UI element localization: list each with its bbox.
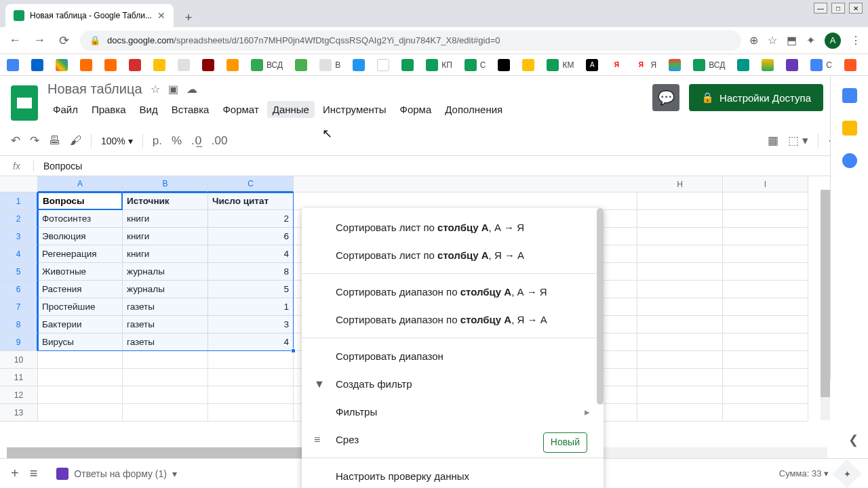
bookmark-icon[interactable]: [226, 59, 239, 71]
bookmark-icon[interactable]: [810, 59, 823, 71]
sum-status[interactable]: Сумма: 33 ▾: [779, 468, 829, 479]
window-maximize[interactable]: □: [831, 3, 845, 14]
redo-button[interactable]: ↷: [30, 134, 39, 148]
percent-button[interactable]: %: [172, 134, 182, 148]
row-header[interactable]: 2: [0, 210, 38, 228]
keep-icon[interactable]: [842, 121, 857, 136]
bookmark-icon[interactable]: [153, 59, 165, 71]
cell[interactable]: Животные: [38, 263, 123, 281]
cell[interactable]: [637, 228, 723, 245]
extensions-icon[interactable]: ✦: [806, 34, 815, 47]
menu-create-filter[interactable]: ▼Создать фильтр: [302, 370, 604, 398]
comments-button[interactable]: 💬: [652, 84, 679, 111]
cell[interactable]: [723, 245, 808, 263]
bookmark-icon[interactable]: [178, 59, 190, 71]
cell[interactable]: 4: [208, 245, 294, 263]
cell[interactable]: [637, 210, 723, 228]
menu-data-validation[interactable]: Настроить проверку данных: [302, 462, 604, 488]
row-header[interactable]: 10: [0, 351, 38, 369]
bookmark-icon[interactable]: Я: [610, 59, 623, 71]
menu-sort-sheet-az[interactable]: Сортировать лист по столбцу A, А → Я: [302, 214, 604, 241]
bookmark-icon[interactable]: [522, 59, 534, 71]
col-header-b[interactable]: B: [123, 176, 208, 192]
reload-button[interactable]: ⟳: [56, 33, 72, 48]
cell[interactable]: Растения: [38, 281, 123, 298]
select-all-corner[interactable]: [0, 176, 38, 192]
currency-button[interactable]: р.: [153, 134, 162, 148]
borders-button[interactable]: ▦: [768, 134, 778, 148]
cell[interactable]: [723, 298, 808, 316]
cell[interactable]: книги: [123, 245, 208, 263]
back-button[interactable]: ←: [7, 33, 23, 47]
cell[interactable]: Фотосинтез: [38, 210, 123, 228]
menu-insert[interactable]: Вставка: [166, 101, 215, 118]
cell[interactable]: [637, 281, 723, 298]
row-header[interactable]: 11: [0, 369, 38, 386]
bookmark-icon[interactable]: [353, 59, 365, 71]
cell[interactable]: [723, 192, 808, 210]
bookmark-icon[interactable]: [465, 59, 477, 71]
col-header-i[interactable]: I: [723, 176, 808, 192]
cell[interactable]: 1: [208, 298, 294, 316]
menu-slice[interactable]: ≡СрезНовый: [302, 426, 604, 453]
cell[interactable]: Эволюция: [38, 228, 123, 245]
calendar-icon[interactable]: [842, 88, 857, 103]
cell[interactable]: 8: [208, 263, 294, 281]
share-button[interactable]: 🔒 Настройки Доступа: [689, 84, 823, 111]
decimal-increase-button[interactable]: .00: [212, 134, 228, 148]
cell[interactable]: 3: [208, 316, 294, 333]
cell[interactable]: [637, 316, 723, 333]
bookmark-icon[interactable]: [80, 59, 92, 71]
bookmark-icon[interactable]: [56, 59, 68, 71]
cell[interactable]: 4: [208, 333, 294, 351]
cell[interactable]: газеты: [123, 316, 208, 333]
selection-handle[interactable]: [291, 348, 296, 353]
paint-format-button[interactable]: 🖌: [70, 134, 81, 148]
cell[interactable]: 5: [208, 281, 294, 298]
cell[interactable]: [637, 263, 723, 281]
bookmark-icon[interactable]: [762, 59, 774, 71]
forward-button[interactable]: →: [31, 33, 47, 47]
menu-sort-range-za[interactable]: Сортировать диапазон по столбцу A, Я → А: [302, 306, 604, 333]
cell[interactable]: газеты: [123, 333, 208, 351]
zoom-icon[interactable]: ⊕: [749, 34, 758, 47]
bookmark-icon[interactable]: [693, 59, 705, 71]
bookmark-icon[interactable]: A: [586, 59, 598, 71]
cell[interactable]: 2: [208, 210, 294, 228]
window-close[interactable]: ✕: [849, 3, 863, 14]
tab-close-icon[interactable]: ✕: [157, 10, 165, 21]
cell[interactable]: Простейшие: [38, 298, 123, 316]
row-header[interactable]: 12: [0, 386, 38, 404]
cell[interactable]: [637, 245, 723, 263]
cell[interactable]: Бактерии: [38, 316, 123, 333]
row-header[interactable]: 9: [0, 333, 38, 351]
menu-sort-range-az[interactable]: Сортировать диапазон по столбцу A, А → Я: [302, 278, 604, 306]
bookmark-icon[interactable]: [129, 59, 141, 71]
bookmark-icon[interactable]: [295, 59, 307, 71]
bookmark-icon[interactable]: [426, 59, 438, 71]
zoom-select[interactable]: 100% ▾: [101, 136, 133, 146]
add-sheet-button[interactable]: +: [11, 466, 19, 481]
menu-file[interactable]: Файл: [47, 101, 83, 118]
bookmark-icon[interactable]: Я: [635, 59, 647, 71]
menu-form[interactable]: Форма: [395, 101, 437, 118]
formula-input[interactable]: Вопросы: [34, 161, 92, 171]
bookmark-icon[interactable]: [547, 59, 559, 71]
cell[interactable]: [637, 333, 723, 351]
url-input[interactable]: 🔒 docs.google.com/spreadsheets/d/1607n7M…: [80, 30, 741, 51]
row-header[interactable]: 8: [0, 316, 38, 333]
cell[interactable]: [637, 192, 723, 210]
row-header[interactable]: 4: [0, 245, 38, 263]
bookmark-icon[interactable]: [202, 59, 214, 71]
row-header[interactable]: 1: [0, 192, 38, 210]
menu-format[interactable]: Формат: [217, 101, 264, 118]
star-icon[interactable]: ☆: [768, 34, 777, 47]
document-title[interactable]: Новая таблица: [47, 81, 142, 97]
cell[interactable]: Вирусы: [38, 333, 123, 351]
undo-button[interactable]: ↶: [11, 134, 20, 148]
menu-filters[interactable]: Фильтры▸: [302, 398, 604, 426]
cell[interactable]: книги: [123, 210, 208, 228]
install-icon[interactable]: ⬒: [787, 34, 797, 47]
merge-button[interactable]: ⬚ ▾: [788, 134, 808, 148]
row-header[interactable]: 3: [0, 228, 38, 245]
